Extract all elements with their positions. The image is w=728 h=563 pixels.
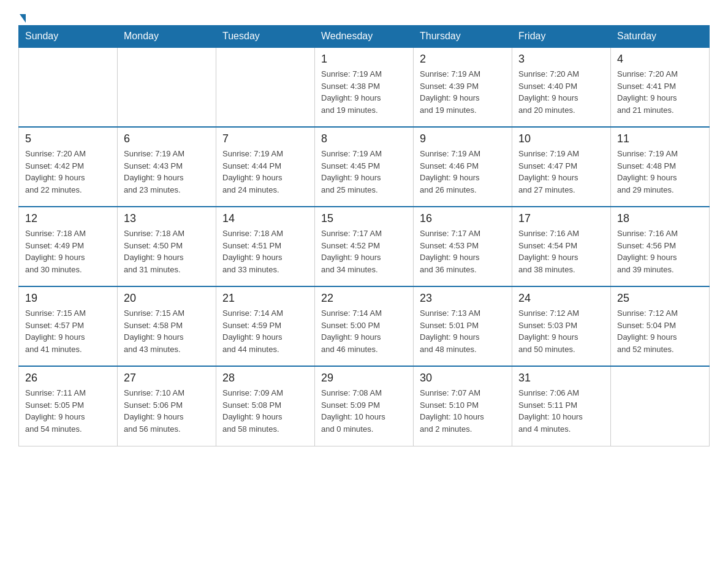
calendar-cell: 3Sunrise: 7:20 AM Sunset: 4:40 PM Daylig…	[512, 47, 611, 127]
day-info: Sunrise: 7:19 AM Sunset: 4:46 PM Dayligh…	[420, 148, 506, 196]
day-number: 31	[518, 372, 604, 385]
calendar-cell: 15Sunrise: 7:17 AM Sunset: 4:52 PM Dayli…	[315, 207, 414, 286]
day-info: Sunrise: 7:08 AM Sunset: 5:09 PM Dayligh…	[321, 387, 407, 435]
day-number: 28	[222, 372, 308, 385]
day-number: 13	[124, 212, 210, 225]
day-info: Sunrise: 7:20 AM Sunset: 4:41 PM Dayligh…	[617, 68, 703, 116]
day-number: 29	[321, 372, 407, 385]
calendar-cell: 28Sunrise: 7:09 AM Sunset: 5:08 PM Dayli…	[216, 366, 315, 446]
calendar-cell: 25Sunrise: 7:12 AM Sunset: 5:04 PM Dayli…	[611, 286, 710, 366]
calendar-cell: 27Sunrise: 7:10 AM Sunset: 5:06 PM Dayli…	[118, 366, 216, 446]
day-number: 6	[124, 132, 210, 145]
calendar-cell: 24Sunrise: 7:12 AM Sunset: 5:03 PM Dayli…	[512, 286, 611, 366]
calendar-header: SundayMondayTuesdayWednesdayThursdayFrid…	[19, 26, 710, 48]
calendar-cell: 6Sunrise: 7:19 AM Sunset: 4:43 PM Daylig…	[118, 127, 216, 207]
calendar-week-row: 12Sunrise: 7:18 AM Sunset: 4:49 PM Dayli…	[19, 207, 710, 286]
day-info: Sunrise: 7:06 AM Sunset: 5:11 PM Dayligh…	[518, 387, 604, 435]
day-number: 8	[321, 132, 407, 145]
day-number: 21	[222, 292, 308, 305]
day-info: Sunrise: 7:19 AM Sunset: 4:47 PM Dayligh…	[518, 148, 604, 196]
calendar-cell	[19, 47, 118, 127]
day-info: Sunrise: 7:12 AM Sunset: 5:03 PM Dayligh…	[518, 307, 604, 355]
day-info: Sunrise: 7:16 AM Sunset: 4:54 PM Dayligh…	[518, 228, 604, 275]
day-info: Sunrise: 7:12 AM Sunset: 5:04 PM Dayligh…	[617, 307, 703, 355]
calendar-cell: 17Sunrise: 7:16 AM Sunset: 4:54 PM Dayli…	[512, 207, 611, 286]
day-info: Sunrise: 7:19 AM Sunset: 4:45 PM Dayligh…	[321, 148, 407, 196]
day-info: Sunrise: 7:18 AM Sunset: 4:50 PM Dayligh…	[124, 228, 210, 275]
day-info: Sunrise: 7:19 AM Sunset: 4:43 PM Dayligh…	[124, 148, 210, 196]
day-info: Sunrise: 7:14 AM Sunset: 5:00 PM Dayligh…	[321, 307, 407, 355]
calendar-cell: 23Sunrise: 7:13 AM Sunset: 5:01 PM Dayli…	[414, 286, 512, 366]
weekday-header-sunday: Sunday	[19, 26, 118, 48]
calendar-cell: 7Sunrise: 7:19 AM Sunset: 4:44 PM Daylig…	[216, 127, 315, 207]
day-number: 19	[25, 292, 111, 305]
calendar-cell: 26Sunrise: 7:11 AM Sunset: 5:05 PM Dayli…	[19, 366, 118, 446]
day-number: 7	[222, 132, 308, 145]
day-number: 25	[617, 292, 703, 305]
day-info: Sunrise: 7:20 AM Sunset: 4:42 PM Dayligh…	[25, 148, 111, 196]
calendar-cell: 14Sunrise: 7:18 AM Sunset: 4:51 PM Dayli…	[216, 207, 315, 286]
calendar-cell: 22Sunrise: 7:14 AM Sunset: 5:00 PM Dayli…	[315, 286, 414, 366]
day-number: 10	[518, 132, 604, 145]
day-number: 15	[321, 212, 407, 225]
weekday-header-row: SundayMondayTuesdayWednesdayThursdayFrid…	[19, 26, 710, 48]
day-number: 17	[518, 212, 604, 225]
day-number: 9	[420, 132, 506, 145]
day-info: Sunrise: 7:15 AM Sunset: 4:57 PM Dayligh…	[25, 307, 111, 355]
page-header	[18, 12, 710, 19]
logo	[18, 12, 26, 19]
weekday-header-wednesday: Wednesday	[315, 26, 414, 48]
calendar-cell	[118, 47, 216, 127]
calendar-cell: 30Sunrise: 7:07 AM Sunset: 5:10 PM Dayli…	[414, 366, 512, 446]
day-info: Sunrise: 7:15 AM Sunset: 4:58 PM Dayligh…	[124, 307, 210, 355]
calendar-cell: 9Sunrise: 7:19 AM Sunset: 4:46 PM Daylig…	[414, 127, 512, 207]
weekday-header-saturday: Saturday	[611, 26, 710, 48]
day-info: Sunrise: 7:19 AM Sunset: 4:38 PM Dayligh…	[321, 68, 407, 116]
calendar-week-row: 26Sunrise: 7:11 AM Sunset: 5:05 PM Dayli…	[19, 366, 710, 446]
calendar-cell: 16Sunrise: 7:17 AM Sunset: 4:53 PM Dayli…	[414, 207, 512, 286]
weekday-header-monday: Monday	[118, 26, 216, 48]
day-info: Sunrise: 7:18 AM Sunset: 4:49 PM Dayligh…	[25, 228, 111, 275]
day-number: 3	[518, 53, 604, 66]
calendar-cell: 10Sunrise: 7:19 AM Sunset: 4:47 PM Dayli…	[512, 127, 611, 207]
day-info: Sunrise: 7:20 AM Sunset: 4:40 PM Dayligh…	[518, 68, 604, 116]
calendar-cell: 4Sunrise: 7:20 AM Sunset: 4:41 PM Daylig…	[611, 47, 710, 127]
weekday-header-friday: Friday	[512, 26, 611, 48]
calendar-cell	[611, 366, 710, 446]
calendar-cell: 29Sunrise: 7:08 AM Sunset: 5:09 PM Dayli…	[315, 366, 414, 446]
day-number: 20	[124, 292, 210, 305]
day-info: Sunrise: 7:17 AM Sunset: 4:53 PM Dayligh…	[420, 228, 506, 275]
day-info: Sunrise: 7:19 AM Sunset: 4:48 PM Dayligh…	[617, 148, 703, 196]
weekday-header-tuesday: Tuesday	[216, 26, 315, 48]
day-info: Sunrise: 7:11 AM Sunset: 5:05 PM Dayligh…	[25, 387, 111, 435]
day-number: 22	[321, 292, 407, 305]
calendar-table: SundayMondayTuesdayWednesdayThursdayFrid…	[18, 25, 710, 446]
calendar-cell: 11Sunrise: 7:19 AM Sunset: 4:48 PM Dayli…	[611, 127, 710, 207]
calendar-cell: 21Sunrise: 7:14 AM Sunset: 4:59 PM Dayli…	[216, 286, 315, 366]
day-info: Sunrise: 7:16 AM Sunset: 4:56 PM Dayligh…	[617, 228, 703, 275]
day-info: Sunrise: 7:07 AM Sunset: 5:10 PM Dayligh…	[420, 387, 506, 435]
calendar-cell: 20Sunrise: 7:15 AM Sunset: 4:58 PM Dayli…	[118, 286, 216, 366]
calendar-cell: 13Sunrise: 7:18 AM Sunset: 4:50 PM Dayli…	[118, 207, 216, 286]
day-number: 4	[617, 53, 703, 66]
weekday-header-thursday: Thursday	[414, 26, 512, 48]
day-info: Sunrise: 7:13 AM Sunset: 5:01 PM Dayligh…	[420, 307, 506, 355]
day-number: 5	[25, 132, 111, 145]
calendar-cell: 19Sunrise: 7:15 AM Sunset: 4:57 PM Dayli…	[19, 286, 118, 366]
day-number: 14	[222, 212, 308, 225]
day-info: Sunrise: 7:19 AM Sunset: 4:44 PM Dayligh…	[222, 148, 308, 196]
calendar-week-row: 1Sunrise: 7:19 AM Sunset: 4:38 PM Daylig…	[19, 47, 710, 127]
calendar-body: 1Sunrise: 7:19 AM Sunset: 4:38 PM Daylig…	[19, 47, 710, 446]
day-info: Sunrise: 7:17 AM Sunset: 4:52 PM Dayligh…	[321, 228, 407, 275]
day-info: Sunrise: 7:09 AM Sunset: 5:08 PM Dayligh…	[222, 387, 308, 435]
calendar-cell: 5Sunrise: 7:20 AM Sunset: 4:42 PM Daylig…	[19, 127, 118, 207]
calendar-cell: 18Sunrise: 7:16 AM Sunset: 4:56 PM Dayli…	[611, 207, 710, 286]
day-number: 1	[321, 53, 407, 66]
day-number: 11	[617, 132, 703, 145]
day-number: 27	[124, 372, 210, 385]
calendar-cell: 31Sunrise: 7:06 AM Sunset: 5:11 PM Dayli…	[512, 366, 611, 446]
day-number: 24	[518, 292, 604, 305]
calendar-cell: 12Sunrise: 7:18 AM Sunset: 4:49 PM Dayli…	[19, 207, 118, 286]
day-number: 23	[420, 292, 506, 305]
calendar-cell: 8Sunrise: 7:19 AM Sunset: 4:45 PM Daylig…	[315, 127, 414, 207]
